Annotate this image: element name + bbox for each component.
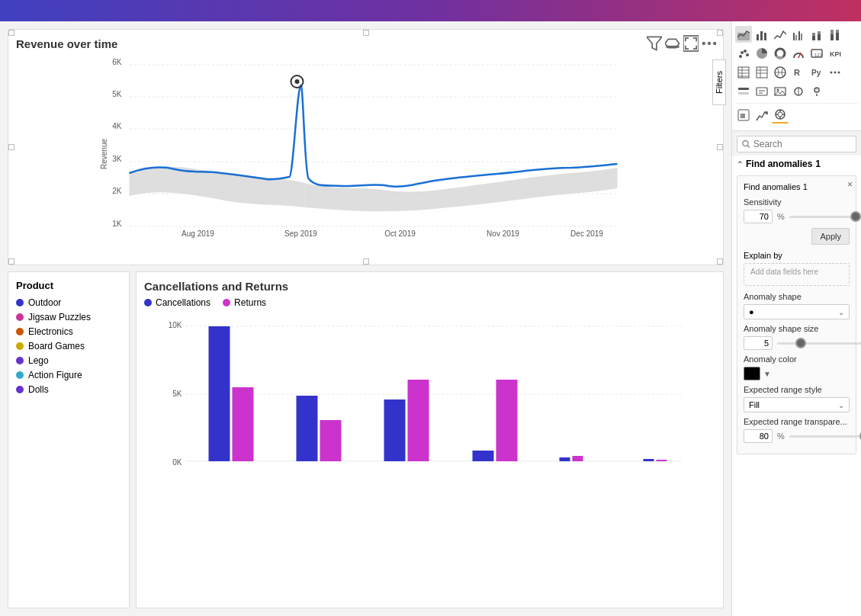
tb-gauge-icon[interactable]	[790, 45, 807, 62]
svg-rect-19	[757, 34, 759, 40]
bar-outdoor-cancellations	[209, 326, 230, 461]
find-anomalies-header: ⌃ Find anomalies 1	[737, 159, 856, 169]
anomaly-shape-chevron: ⌄	[838, 308, 844, 316]
bar-boardgames-cancellations	[473, 451, 494, 461]
resize-handle-tl[interactable]	[8, 30, 14, 36]
tb-r-icon[interactable]: R	[790, 64, 807, 81]
more-options-icon[interactable]	[702, 36, 717, 51]
resize-handle-l[interactable]	[8, 144, 14, 150]
tb-scatter-icon[interactable]	[735, 45, 752, 62]
search-input[interactable]	[753, 139, 851, 149]
expand-icon[interactable]	[683, 36, 699, 51]
resize-handle-t[interactable]	[363, 30, 369, 36]
tb-python-icon[interactable]: Py	[808, 64, 825, 81]
y-axis-5k: 6K	[112, 58, 122, 66]
shape-size-input[interactable]	[744, 336, 773, 350]
tb-bar-chart-icon[interactable]	[753, 26, 770, 43]
search-box[interactable]	[737, 136, 856, 152]
tb-map-icon[interactable]	[772, 64, 789, 81]
find-anomalies-section: ⌃ Find anomalies 1 Find anomalies 1 × Se…	[732, 156, 861, 616]
product-item-dolls: Dolls	[16, 384, 121, 395]
sensitivity-input[interactable]	[744, 210, 773, 223]
anomaly-color-swatch[interactable]	[744, 367, 760, 380]
tb-table-icon[interactable]	[735, 64, 752, 81]
product-item-boardgames: Board Games	[16, 341, 121, 351]
explain-by-label: Explain by	[744, 251, 850, 260]
svg-rect-31	[830, 30, 834, 34]
svg-rect-27	[812, 33, 815, 36]
y-axis-0k: 1K	[112, 220, 122, 228]
legend-returns-dot	[223, 299, 230, 306]
anomaly-card-close-button[interactable]: ×	[847, 179, 853, 190]
tb-kpi-icon[interactable]: KPI	[827, 45, 843, 62]
bar-electronics-returns	[320, 420, 342, 461]
tb-more-icon[interactable]	[827, 64, 843, 81]
bar-y-5k: 5K	[172, 390, 182, 398]
chevron-down-icon[interactable]: ⌃	[737, 160, 743, 168]
tb-analytics-icon[interactable]	[753, 107, 770, 124]
expected-range-style-chevron: ⌄	[838, 401, 844, 409]
transparency-slider[interactable]	[789, 435, 861, 438]
resize-handle-b[interactable]	[363, 258, 369, 265]
shape-size-slider[interactable]	[777, 342, 861, 345]
main-area: Revenue over time 1K 2	[0, 21, 861, 616]
tb-shapes-icon[interactable]	[790, 83, 807, 100]
resize-handle-bl[interactable]	[8, 258, 14, 265]
tb-qna-icon[interactable]: ?	[808, 83, 825, 100]
resize-handle-r[interactable]	[717, 144, 723, 150]
outdoor-dot	[16, 299, 24, 306]
tb-stacked-bar-icon[interactable]	[808, 26, 825, 43]
tb-textbox-icon[interactable]	[753, 83, 770, 100]
toolbar-row-4: ?	[735, 83, 858, 100]
bottom-section: Product Outdoor Jigsaw Puzzles Electroni…	[8, 271, 724, 608]
content-area: Revenue over time 1K 2	[0, 21, 731, 616]
tb-donut-icon[interactable]	[772, 45, 789, 62]
svg-point-37	[741, 51, 744, 54]
resize-handle-br[interactable]	[717, 258, 723, 265]
tb-line-chart-icon[interactable]	[772, 26, 789, 43]
sensitivity-slider[interactable]	[789, 216, 861, 218]
anomaly-color-dropdown-arrow[interactable]: ▼	[763, 370, 771, 378]
tb-matrix-icon[interactable]	[753, 64, 770, 81]
anomaly-shape-dropdown[interactable]: ● ⌄	[744, 304, 850, 319]
expected-range-style-dropdown[interactable]: Fill ⌄	[744, 397, 850, 412]
bar-jigsaw-returns	[408, 380, 429, 461]
product-item-outdoor: Outdoor	[16, 297, 121, 308]
legend-cancellations-dot	[144, 299, 152, 306]
apply-button[interactable]: Apply	[811, 228, 850, 245]
tb-100-stacked-icon[interactable]	[827, 26, 843, 43]
toolbar-row-2: 123 KPI	[735, 45, 858, 62]
legend-cancellations: Cancellations	[144, 297, 210, 308]
right-panel: Filters	[731, 21, 861, 616]
tb-smart-icon[interactable]	[772, 107, 789, 124]
tb-grouped-bar-icon[interactable]	[790, 26, 807, 43]
tb-area-chart-icon[interactable]	[735, 26, 752, 43]
filters-tab[interactable]: Filters	[712, 59, 726, 105]
tb-image-icon[interactable]	[772, 83, 789, 100]
x-nov-2019: Nov 2019	[487, 229, 519, 238]
action-figure-label: Action Figure	[28, 370, 82, 380]
tb-slicer-icon[interactable]	[735, 83, 752, 100]
chart-icons	[647, 36, 717, 51]
y-axis-4k: 5K	[112, 90, 122, 98]
boardgames-label: Board Games	[28, 341, 85, 351]
edit-icon[interactable]	[665, 36, 680, 51]
anomaly-color-row: ▼	[744, 367, 850, 380]
svg-text:Py: Py	[811, 69, 821, 77]
tb-format-icon[interactable]: ▦	[735, 107, 752, 124]
transparency-input[interactable]	[744, 429, 773, 443]
explain-by-box[interactable]: Add data fields here	[744, 263, 850, 286]
electronics-dot	[16, 328, 24, 335]
resize-handle-tr[interactable]	[717, 30, 723, 36]
tb-card-icon[interactable]: 123	[808, 45, 825, 62]
svg-rect-62	[757, 88, 767, 95]
svg-rect-25	[801, 34, 802, 40]
svg-rect-29	[818, 31, 821, 34]
product-legend: Product Outdoor Jigsaw Puzzles Electroni…	[8, 271, 130, 608]
tb-pie-icon[interactable]	[753, 45, 770, 62]
filter-icon[interactable]	[647, 36, 662, 51]
svg-point-66	[777, 89, 779, 91]
svg-point-58	[834, 72, 837, 74]
lego-dot	[16, 357, 24, 364]
y-axis-3k: 4K	[112, 122, 122, 130]
